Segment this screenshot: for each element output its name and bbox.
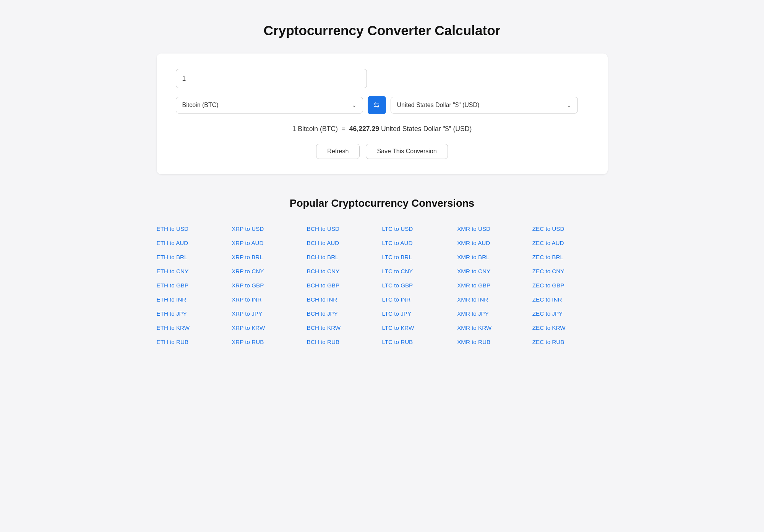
- popular-section: Popular Cryptocurrency Conversions ETH t…: [157, 197, 608, 347]
- conversion-link[interactable]: XMR to BRL: [457, 251, 532, 263]
- swap-button[interactable]: ⇆: [368, 96, 386, 114]
- from-currency-selector[interactable]: Bitcoin (BTC) ⌄: [176, 97, 363, 114]
- refresh-button[interactable]: Refresh: [316, 144, 360, 159]
- swap-icon: ⇆: [374, 101, 380, 109]
- conversion-link[interactable]: BCH to GBP: [307, 280, 382, 291]
- conversion-link[interactable]: LTC to RUB: [382, 336, 457, 347]
- conversion-link[interactable]: XMR to INR: [457, 294, 532, 305]
- result-from-text: 1 Bitcoin (BTC): [292, 125, 338, 133]
- conversion-link[interactable]: BCH to USD: [307, 223, 382, 234]
- from-currency-chevron-icon: ⌄: [352, 102, 357, 108]
- to-currency-label: United States Dollar "$" (USD): [397, 102, 567, 109]
- conversion-link[interactable]: XMR to RUB: [457, 336, 532, 347]
- to-currency-selector[interactable]: United States Dollar "$" (USD) ⌄: [391, 97, 578, 114]
- conversion-link[interactable]: XRP to BRL: [232, 251, 307, 263]
- conversion-link[interactable]: ZEC to INR: [532, 294, 608, 305]
- conversion-link[interactable]: ETH to CNY: [157, 266, 232, 277]
- conversion-link[interactable]: XMR to USD: [457, 223, 532, 234]
- conversion-link[interactable]: ZEC to KRW: [532, 322, 608, 333]
- conversion-link[interactable]: XMR to KRW: [457, 322, 532, 333]
- conversion-link[interactable]: ETH to BRL: [157, 251, 232, 263]
- conversion-link[interactable]: ZEC to BRL: [532, 251, 608, 263]
- conversion-link[interactable]: ETH to JPY: [157, 308, 232, 319]
- conversion-link[interactable]: LTC to USD: [382, 223, 457, 234]
- conversion-link[interactable]: ETH to RUB: [157, 336, 232, 347]
- conversion-link[interactable]: BCH to AUD: [307, 237, 382, 248]
- conversions-grid: ETH to USDXRP to USDBCH to USDLTC to USD…: [157, 223, 608, 347]
- conversion-link[interactable]: ZEC to GBP: [532, 280, 608, 291]
- conversion-link[interactable]: LTC to GBP: [382, 280, 457, 291]
- result-unit: United States Dollar "$" (USD): [381, 125, 472, 133]
- conversion-link[interactable]: ZEC to RUB: [532, 336, 608, 347]
- conversion-link[interactable]: ZEC to USD: [532, 223, 608, 234]
- conversion-link[interactable]: ETH to GBP: [157, 280, 232, 291]
- conversion-link[interactable]: LTC to AUD: [382, 237, 457, 248]
- conversion-link[interactable]: ETH to AUD: [157, 237, 232, 248]
- conversion-link[interactable]: LTC to INR: [382, 294, 457, 305]
- conversion-link[interactable]: XRP to AUD: [232, 237, 307, 248]
- page-title: Cryptocurrency Converter Calculator: [15, 23, 749, 38]
- conversion-link[interactable]: LTC to CNY: [382, 266, 457, 277]
- conversion-link[interactable]: BCH to RUB: [307, 336, 382, 347]
- conversion-link[interactable]: XRP to RUB: [232, 336, 307, 347]
- conversion-link[interactable]: BCH to CNY: [307, 266, 382, 277]
- conversion-link[interactable]: BCH to KRW: [307, 322, 382, 333]
- conversion-link[interactable]: BCH to INR: [307, 294, 382, 305]
- converter-card: Bitcoin (BTC) ⌄ ⇆ United States Dollar "…: [157, 54, 608, 174]
- conversion-link[interactable]: XRP to INR: [232, 294, 307, 305]
- conversion-link[interactable]: XRP to USD: [232, 223, 307, 234]
- conversion-link[interactable]: XMR to JPY: [457, 308, 532, 319]
- conversion-link[interactable]: XRP to JPY: [232, 308, 307, 319]
- save-conversion-button[interactable]: Save This Conversion: [366, 144, 448, 159]
- conversion-link[interactable]: LTC to BRL: [382, 251, 457, 263]
- conversion-link[interactable]: ZEC to JPY: [532, 308, 608, 319]
- conversion-link[interactable]: BCH to BRL: [307, 251, 382, 263]
- result-value: 46,227.29: [349, 125, 379, 133]
- from-currency-label: Bitcoin (BTC): [182, 102, 352, 109]
- conversion-link[interactable]: XRP to GBP: [232, 280, 307, 291]
- currency-row: Bitcoin (BTC) ⌄ ⇆ United States Dollar "…: [176, 96, 589, 114]
- conversion-link[interactable]: XRP to KRW: [232, 322, 307, 333]
- conversion-link[interactable]: ZEC to AUD: [532, 237, 608, 248]
- conversion-link[interactable]: BCH to JPY: [307, 308, 382, 319]
- conversion-link[interactable]: LTC to JPY: [382, 308, 457, 319]
- conversion-link[interactable]: ZEC to CNY: [532, 266, 608, 277]
- actions-row: Refresh Save This Conversion: [176, 144, 589, 159]
- to-currency-chevron-icon: ⌄: [567, 102, 571, 108]
- conversion-link[interactable]: XRP to CNY: [232, 266, 307, 277]
- popular-title: Popular Cryptocurrency Conversions: [157, 197, 608, 209]
- conversion-link[interactable]: XMR to CNY: [457, 266, 532, 277]
- conversion-link[interactable]: XMR to AUD: [457, 237, 532, 248]
- conversion-link[interactable]: ETH to USD: [157, 223, 232, 234]
- result-equals: =: [342, 125, 346, 133]
- result-row: 1 Bitcoin (BTC) = 46,227.29 United State…: [176, 125, 589, 133]
- conversion-link[interactable]: ETH to INR: [157, 294, 232, 305]
- conversion-link[interactable]: LTC to KRW: [382, 322, 457, 333]
- conversion-link[interactable]: ETH to KRW: [157, 322, 232, 333]
- conversion-link[interactable]: XMR to GBP: [457, 280, 532, 291]
- amount-input[interactable]: [176, 69, 367, 88]
